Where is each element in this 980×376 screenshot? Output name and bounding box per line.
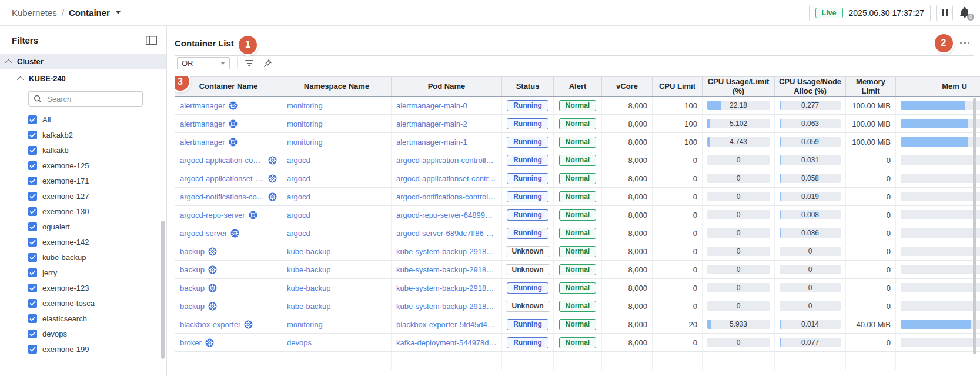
pod-name-link[interactable]: kube-system-backup-2918787… [396,302,497,311]
namespace-link[interactable]: kube-backup [287,265,330,274]
namespace-filter-item[interactable]: jerry [28,265,166,280]
pause-button[interactable] [936,5,953,21]
chevron-down-icon[interactable] [116,11,121,14]
checkbox-checked[interactable] [28,299,37,308]
pod-name-link[interactable]: kube-system-backup-2918787… [396,247,497,256]
notification-bell-icon[interactable]: 0 [959,6,972,19]
namespace-link[interactable]: monitoring [287,101,323,110]
checkbox-checked[interactable] [28,238,37,247]
column-header-container-name[interactable]: Container Name [175,77,282,96]
pod-name-link[interactable]: alertmanager-main-2 [396,119,467,128]
namespace-filter-item[interactable]: exemone-171 [28,173,166,188]
namespace-filter-item[interactable]: exemone-125 [28,158,166,173]
checkbox-checked[interactable] [28,222,37,231]
pod-name-link[interactable]: kafka-deployment-544978dbd… [396,338,497,347]
container-name-link[interactable]: argocd-notifications-contr… [180,192,265,201]
column-header-mem-u[interactable]: Mem U [896,77,980,96]
filter-icon[interactable] [244,58,255,68]
namespace-filter-item[interactable]: exemone-199 [28,341,166,357]
pod-name-link[interactable]: kube-system-backup-2918787… [396,265,497,274]
checkbox-checked[interactable] [28,177,37,185]
cluster-node-kube-240[interactable]: KUBE-240 [0,71,166,86]
column-header-alert[interactable]: Alert [554,77,602,96]
namespace-link[interactable]: kube-backup [287,284,330,292]
container-name-link[interactable]: backup [180,284,205,292]
pod-name-link[interactable]: blackbox-exporter-5fd45d4b8… [396,320,497,329]
namespace-link[interactable]: monitoring [287,320,323,329]
checkbox-checked[interactable] [28,146,37,155]
pod-name-link[interactable]: alertmanager-main-1 [396,138,467,147]
breadcrumb-page[interactable]: Container [69,8,110,18]
column-header-memory-limit[interactable]: Memory Limit [846,77,896,96]
namespace-filter-item[interactable]: elasticsearch [28,311,166,326]
namespace-filter-item[interactable]: devops [28,326,166,341]
column-header-cpu-limit[interactable]: CPU Limit [653,77,703,96]
checkbox-checked[interactable] [28,314,37,323]
namespace-link[interactable]: argocd [287,174,310,183]
collapse-panel-icon[interactable] [146,36,157,45]
pod-name-link[interactable]: argocd-repo-server-648995cc… [396,211,497,219]
namespace-link[interactable]: argocd [287,229,310,238]
checkbox-checked[interactable] [28,207,37,216]
namespace-link[interactable]: kube-backup [287,247,330,256]
namespace-filter-item[interactable]: ogualert [28,219,166,234]
container-name-link[interactable]: argocd-server [180,229,227,238]
column-header-pod-name[interactable]: Pod Name [392,77,502,96]
pin-icon[interactable] [263,59,272,68]
more-menu-icon[interactable] [959,39,971,46]
table-scrollbar[interactable] [973,98,976,354]
checkbox-checked[interactable] [28,131,37,139]
search-box[interactable] [28,91,143,107]
container-name-link[interactable]: alertmanager [180,138,225,147]
checkbox-checked[interactable] [28,115,37,124]
namespace-link[interactable]: monitoring [287,119,323,128]
container-name-link[interactable]: backup [180,302,205,311]
pod-name-link[interactable]: argocd-server-689dc7ff86-9h… [396,229,497,238]
namespace-filter-item[interactable]: exemone-127 [28,188,166,204]
checkbox-checked[interactable] [28,284,37,292]
container-name-link[interactable]: argocd-repo-server [180,211,245,219]
search-input[interactable] [46,94,138,104]
pod-name-link[interactable]: kube-system-backup-2918787… [396,284,497,292]
pod-name-link[interactable]: argocd-notifications-controller… [396,192,497,201]
namespace-filter-item[interactable]: exemone-142 [28,234,166,249]
container-name-link[interactable]: alertmanager [180,101,225,110]
column-header-namespace-name[interactable]: Namespace Name [282,77,392,96]
namespace-filter-item[interactable]: All [28,112,166,127]
column-header-cpu-usage-limit[interactable]: CPU Usage/Limit (%) [703,77,775,96]
namespace-link[interactable]: devops [287,338,312,347]
filter-operator-select[interactable]: OR [177,57,230,69]
namespace-filter-item[interactable]: exemone-tosca [28,295,166,311]
checkbox-checked[interactable] [28,192,37,201]
checkbox-checked[interactable] [28,161,37,170]
namespace-filter-item[interactable]: kube-backup [28,249,166,265]
column-header-cpu-usage-node-alloc[interactable]: CPU Usage/Node Alloc (%) [775,77,846,96]
pod-name-link[interactable]: alertmanager-main-0 [396,101,467,110]
checkbox-checked[interactable] [28,345,37,354]
namespace-filter-item[interactable]: exemone-123 [28,280,166,295]
namespace-filter-item[interactable]: exemone-130 [28,204,166,219]
container-name-link[interactable]: argocd-application-contro… [180,156,265,165]
namespace-link[interactable]: argocd [287,211,310,219]
breadcrumb-section[interactable]: Kubernetes [12,8,57,18]
namespace-link[interactable]: monitoring [287,138,323,147]
checkbox-checked[interactable] [28,253,37,262]
namespace-link[interactable]: kube-backup [287,302,330,311]
container-name-link[interactable]: broker [180,338,202,347]
pod-name-link[interactable]: argocd-applicationset-controll… [396,174,497,183]
namespace-filter-item[interactable]: kafkakb2 [28,127,166,142]
pod-name-link[interactable]: argocd-application-controller-0 [396,156,497,165]
container-name-link[interactable]: backup [180,247,205,256]
checkbox-checked[interactable] [28,268,37,277]
cluster-tree-header[interactable]: Cluster [0,54,166,69]
column-header-vcore[interactable]: vCore [602,77,653,96]
container-name-link[interactable]: argocd-applicationset-co… [180,174,265,183]
checkbox-checked[interactable] [28,330,37,338]
namespace-link[interactable]: argocd [287,156,310,165]
namespace-filter-item[interactable]: kafkakb [28,142,166,158]
column-header-status[interactable]: Status [502,77,554,96]
sidebar-scrollbar[interactable] [161,221,165,359]
namespace-link[interactable]: argocd [287,192,310,201]
container-name-link[interactable]: alertmanager [180,119,225,128]
container-name-link[interactable]: blackbox-exporter [180,320,240,329]
